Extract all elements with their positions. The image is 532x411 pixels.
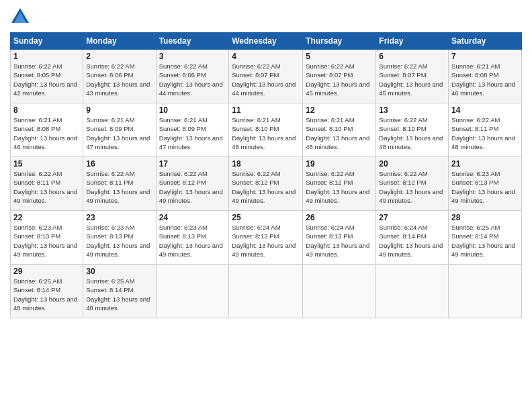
calendar-week-2: 8Sunrise: 6:21 AMSunset: 8:08 PMDaylight… [11,103,522,157]
calendar-cell: 7Sunrise: 6:21 AMSunset: 8:08 PMDaylight… [449,50,522,103]
day-info: Sunrise: 6:23 AMSunset: 8:13 PMDaylight:… [159,224,223,258]
day-number: 15 [13,159,80,169]
day-number: 11 [232,105,300,115]
calendar-cell: 5Sunrise: 6:22 AMSunset: 8:07 PMDaylight… [303,50,376,103]
calendar-cell: 30Sunrise: 6:25 AMSunset: 8:14 PMDayligh… [83,265,156,318]
header-saturday: Saturday [449,33,522,50]
day-number: 21 [451,159,519,169]
day-number: 1 [13,52,80,61]
logo [10,7,33,27]
day-info: Sunrise: 6:21 AMSunset: 8:08 PMDaylight:… [451,62,515,97]
calendar-cell: 3Sunrise: 6:22 AMSunset: 8:06 PMDaylight… [156,50,229,103]
day-info: Sunrise: 6:24 AMSunset: 8:13 PMDaylight:… [306,224,369,258]
calendar-cell [303,265,376,318]
day-number: 13 [379,105,445,115]
day-info: Sunrise: 6:21 AMSunset: 8:09 PMDaylight:… [159,116,223,150]
day-info: Sunrise: 6:25 AMSunset: 8:14 PMDaylight:… [86,277,150,312]
day-number: 30 [86,267,152,276]
day-info: Sunrise: 6:22 AMSunset: 8:07 PMDaylight:… [232,62,296,97]
calendar-week-5: 29Sunrise: 6:25 AMSunset: 8:14 PMDayligh… [11,265,522,318]
day-info: Sunrise: 6:21 AMSunset: 8:10 PMDaylight:… [306,116,369,150]
day-number: 29 [13,267,80,276]
day-number: 19 [306,159,373,169]
calendar-cell: 26Sunrise: 6:24 AMSunset: 8:13 PMDayligh… [303,211,376,265]
day-info: Sunrise: 6:22 AMSunset: 8:07 PMDaylight:… [306,62,369,97]
day-info: Sunrise: 6:21 AMSunset: 8:08 PMDaylight:… [13,116,77,150]
day-info: Sunrise: 6:22 AMSunset: 8:06 PMDaylight:… [159,62,223,97]
calendar-cell: 10Sunrise: 6:21 AMSunset: 8:09 PMDayligh… [156,103,229,157]
weekday-header-row: Sunday Monday Tuesday Wednesday Thursday… [11,33,522,50]
day-info: Sunrise: 6:25 AMSunset: 8:14 PMDaylight:… [13,277,77,312]
day-info: Sunrise: 6:21 AMSunset: 8:09 PMDaylight:… [86,116,150,150]
calendar-cell: 11Sunrise: 6:21 AMSunset: 8:10 PMDayligh… [229,103,303,157]
day-number: 8 [13,105,80,115]
day-number: 5 [306,52,373,61]
calendar-cell [156,265,229,318]
header [10,7,522,27]
header-thursday: Thursday [303,33,376,50]
day-number: 6 [379,52,445,61]
calendar-cell: 22Sunrise: 6:23 AMSunset: 8:13 PMDayligh… [11,211,83,265]
day-number: 2 [86,52,152,61]
calendar-cell: 6Sunrise: 6:22 AMSunset: 8:07 PMDaylight… [376,50,449,103]
day-info: Sunrise: 6:23 AMSunset: 8:13 PMDaylight:… [13,224,77,258]
day-number: 25 [232,213,300,222]
day-info: Sunrise: 6:25 AMSunset: 8:14 PMDaylight:… [451,224,515,258]
calendar-cell: 24Sunrise: 6:23 AMSunset: 8:13 PMDayligh… [156,211,229,265]
calendar-cell: 13Sunrise: 6:22 AMSunset: 8:10 PMDayligh… [376,103,449,157]
calendar-cell: 15Sunrise: 6:22 AMSunset: 8:11 PMDayligh… [11,157,83,211]
day-number: 24 [159,213,226,222]
day-number: 3 [159,52,226,61]
page: Sunday Monday Tuesday Wednesday Thursday… [0,0,532,411]
calendar-cell: 1Sunrise: 6:22 AMSunset: 8:05 PMDaylight… [11,50,83,103]
header-tuesday: Tuesday [156,33,229,50]
day-info: Sunrise: 6:23 AMSunset: 8:13 PMDaylight:… [86,224,150,258]
day-info: Sunrise: 6:21 AMSunset: 8:10 PMDaylight:… [232,116,296,150]
calendar-cell [229,265,303,318]
day-number: 16 [86,159,152,169]
calendar-cell: 25Sunrise: 6:24 AMSunset: 8:13 PMDayligh… [229,211,303,265]
calendar-cell [449,265,522,318]
calendar-cell: 17Sunrise: 6:22 AMSunset: 8:12 PMDayligh… [156,157,229,211]
day-number: 28 [451,213,519,222]
calendar-cell [376,265,449,318]
day-info: Sunrise: 6:22 AMSunset: 8:10 PMDaylight:… [379,116,443,150]
day-number: 17 [159,159,226,169]
calendar-cell: 18Sunrise: 6:22 AMSunset: 8:12 PMDayligh… [229,157,303,211]
day-number: 7 [451,52,519,61]
day-number: 4 [232,52,300,61]
day-number: 18 [232,159,300,169]
day-number: 9 [86,105,152,115]
calendar-cell: 8Sunrise: 6:21 AMSunset: 8:08 PMDaylight… [11,103,83,157]
day-number: 22 [13,213,80,222]
calendar-week-1: 1Sunrise: 6:22 AMSunset: 8:05 PMDaylight… [11,50,522,103]
day-info: Sunrise: 6:23 AMSunset: 8:13 PMDaylight:… [451,170,515,204]
calendar-cell: 4Sunrise: 6:22 AMSunset: 8:07 PMDaylight… [229,50,303,103]
calendar-week-4: 22Sunrise: 6:23 AMSunset: 8:13 PMDayligh… [11,211,522,265]
calendar-cell: 12Sunrise: 6:21 AMSunset: 8:10 PMDayligh… [303,103,376,157]
calendar-cell: 14Sunrise: 6:22 AMSunset: 8:11 PMDayligh… [449,103,522,157]
day-number: 10 [159,105,226,115]
day-info: Sunrise: 6:24 AMSunset: 8:14 PMDaylight:… [379,224,443,258]
day-info: Sunrise: 6:22 AMSunset: 8:07 PMDaylight:… [379,62,443,97]
calendar-cell: 27Sunrise: 6:24 AMSunset: 8:14 PMDayligh… [376,211,449,265]
calendar-cell: 21Sunrise: 6:23 AMSunset: 8:13 PMDayligh… [449,157,522,211]
header-monday: Monday [83,33,156,50]
calendar: Sunday Monday Tuesday Wednesday Thursday… [10,32,522,318]
day-info: Sunrise: 6:24 AMSunset: 8:13 PMDaylight:… [232,224,296,258]
calendar-cell: 29Sunrise: 6:25 AMSunset: 8:14 PMDayligh… [11,265,83,318]
calendar-cell: 28Sunrise: 6:25 AMSunset: 8:14 PMDayligh… [449,211,522,265]
calendar-cell: 16Sunrise: 6:22 AMSunset: 8:11 PMDayligh… [83,157,156,211]
day-info: Sunrise: 6:22 AMSunset: 8:11 PMDaylight:… [86,170,150,204]
calendar-cell: 9Sunrise: 6:21 AMSunset: 8:09 PMDaylight… [83,103,156,157]
day-info: Sunrise: 6:22 AMSunset: 8:05 PMDaylight:… [13,62,77,97]
header-sunday: Sunday [11,33,83,50]
day-number: 20 [379,159,445,169]
day-info: Sunrise: 6:22 AMSunset: 8:12 PMDaylight:… [232,170,296,204]
calendar-cell: 2Sunrise: 6:22 AMSunset: 8:06 PMDaylight… [83,50,156,103]
day-info: Sunrise: 6:22 AMSunset: 8:11 PMDaylight:… [451,116,515,150]
day-number: 23 [86,213,152,222]
calendar-cell: 19Sunrise: 6:22 AMSunset: 8:12 PMDayligh… [303,157,376,211]
logo-icon [10,7,30,27]
day-number: 26 [306,213,373,222]
